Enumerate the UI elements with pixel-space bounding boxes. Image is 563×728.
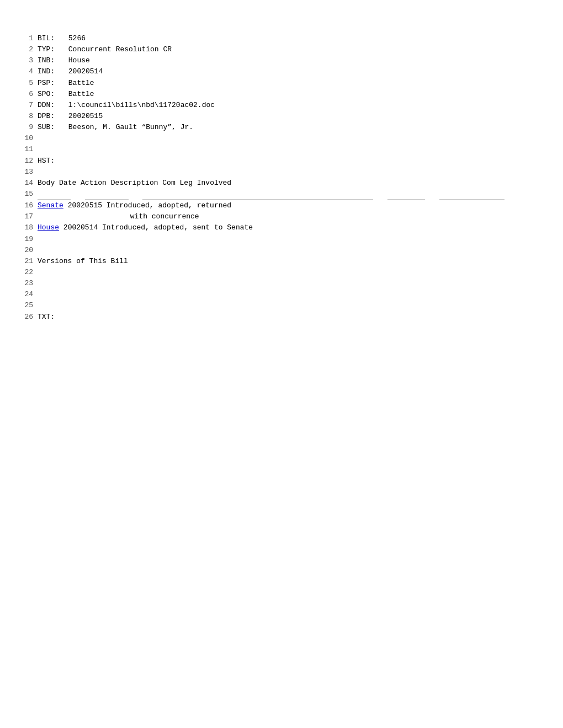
line-content-12: HST: — [38, 156, 541, 167]
line-9: 9 SUB: Beeson, M. Gault “Bunny”, Jr. — [22, 122, 541, 133]
line-num-24: 24 — [22, 289, 38, 300]
col-header-leg: Leg Involved — [180, 179, 232, 187]
line-content-23 — [38, 278, 541, 289]
line-content-2: TYP: Concurrent Resolution CR — [38, 44, 541, 55]
line-num-23: 23 — [22, 278, 38, 289]
line-22: 22 — [22, 267, 541, 278]
line-content-19 — [38, 234, 541, 245]
spo-label: SPO: — [38, 89, 61, 100]
line-4: 4 IND: 20020514 — [22, 66, 541, 77]
senate-body-cell: Senate — [38, 201, 68, 210]
line-num-21: 21 — [22, 256, 38, 267]
sub-label: SUB: — [38, 122, 61, 133]
house-body-cell: House — [38, 223, 63, 232]
line-num-18: 18 — [22, 222, 38, 233]
hst-table-header: Body Date Action Description Com Leg Inv… — [38, 178, 541, 189]
psp-label: PSP: — [38, 78, 61, 89]
inb-value: House — [65, 56, 90, 65]
line-content-11 — [38, 144, 541, 155]
line-14: 14 Body Date Action Description Com Leg … — [22, 178, 541, 189]
col-header-body: Body — [38, 179, 55, 187]
line-num-13: 13 — [22, 167, 38, 178]
line-num-20: 20 — [22, 245, 38, 256]
line-19: 19 — [22, 234, 541, 245]
typ-value: Concurrent Resolution CR — [65, 45, 172, 53]
line-2: 2 TYP: Concurrent Resolution CR — [22, 44, 541, 55]
line-content-4: IND: 20020514 — [38, 66, 541, 77]
line-num-19: 19 — [22, 234, 38, 245]
psp-value: Battle — [65, 79, 94, 87]
line-num-6: 6 — [22, 89, 38, 100]
line-content-3: INB: House — [38, 55, 541, 66]
line-num-1: 1 — [22, 33, 38, 44]
line-content-13 — [38, 167, 541, 178]
line-num-16: 16 — [22, 200, 38, 211]
line-content-7: DDN: l:\council\bills\nbd\11720ac02.doc — [38, 100, 541, 111]
line-content-6: SPO: Battle — [38, 89, 541, 100]
line-num-26: 26 — [22, 312, 38, 323]
dpb-label: DPB: — [38, 111, 61, 122]
hst-row-house: House 20020514 Introduced, adopted, sent… — [38, 222, 541, 233]
hst-label: HST: — [38, 156, 61, 167]
line-21: 21 Versions of This Bill — [22, 256, 541, 267]
inb-label: INB: — [38, 55, 61, 66]
line-num-15: 15 — [22, 189, 38, 200]
house-link[interactable]: House — [38, 223, 59, 232]
line-24: 24 — [22, 289, 541, 300]
house-date-cell: 20020514 — [63, 223, 98, 232]
col-header-com: Com — [162, 179, 175, 187]
line-num-25: 25 — [22, 300, 38, 311]
txt-label: TXT: — [38, 312, 61, 323]
line-content-20 — [38, 245, 541, 256]
senate-link[interactable]: Senate — [38, 201, 63, 210]
line-num-4: 4 — [22, 66, 38, 77]
line-18: 18 House 20020514 Introduced, adopted, s… — [22, 222, 541, 233]
line-num-12: 12 — [22, 156, 38, 167]
line-num-8: 8 — [22, 111, 38, 122]
line-16: 16 Senate 20020515 Introduced, adopted, … — [22, 200, 541, 211]
line-num-11: 11 — [22, 144, 38, 155]
line-num-10: 10 — [22, 133, 38, 144]
line-12: 12 HST: — [22, 156, 541, 167]
line-num-9: 9 — [22, 122, 38, 133]
line-num-17: 17 — [22, 211, 38, 222]
line-num-3: 3 — [22, 55, 38, 66]
col-header-date: Date — [59, 179, 76, 187]
line-content-5: PSP: Battle — [38, 78, 541, 89]
line-num-2: 2 — [22, 44, 38, 55]
line-23: 23 — [22, 278, 541, 289]
line-content-22 — [38, 267, 541, 278]
line-10: 10 — [22, 133, 541, 144]
ddn-value: l:\council\bills\nbd\11720ac02.doc — [65, 101, 215, 109]
ddn-label: DDN: — [38, 100, 61, 111]
line-num-14: 14 — [22, 178, 38, 189]
bil-label: BIL: — [38, 33, 61, 44]
line-8: 8 DPB: 20020515 — [22, 111, 541, 122]
senate-action-cell: Introduced, adopted, returned — [107, 201, 231, 210]
line-11: 11 — [22, 144, 541, 155]
sub-value: Beeson, M. Gault “Bunny”, Jr. — [65, 123, 193, 131]
ind-value: 20020514 — [65, 67, 103, 76]
senate-date-cell: 20020515 — [68, 201, 102, 210]
typ-label: TYP: — [38, 44, 61, 55]
spo-value: Battle — [65, 90, 94, 98]
line-5: 5 PSP: Battle — [22, 78, 541, 89]
col-header-action: Action Description — [81, 179, 158, 187]
line-17: 17 with concurrence — [22, 211, 541, 222]
line-25: 25 — [22, 300, 541, 311]
line-num-7: 7 — [22, 100, 38, 111]
hst-row-senate-cont: with concurrence — [38, 211, 541, 222]
line-13: 13 — [22, 167, 541, 178]
line-1: 1 BIL: 5266 — [22, 33, 541, 44]
line-6: 6 SPO: Battle — [22, 89, 541, 100]
line-content-26: TXT: — [38, 312, 541, 323]
versions-label: Versions of This Bill — [38, 256, 541, 267]
line-content-25 — [38, 300, 541, 311]
line-7: 7 DDN: l:\council\bills\nbd\11720ac02.do… — [22, 100, 541, 111]
bil-value: 5266 — [65, 34, 86, 42]
line-content-10 — [38, 133, 541, 144]
line-26: 26 TXT: — [22, 312, 541, 323]
line-20: 20 — [22, 245, 541, 256]
house-action-cell: Introduced, adopted, sent to Senate — [102, 223, 253, 232]
line-3: 3 INB: House — [22, 55, 541, 66]
